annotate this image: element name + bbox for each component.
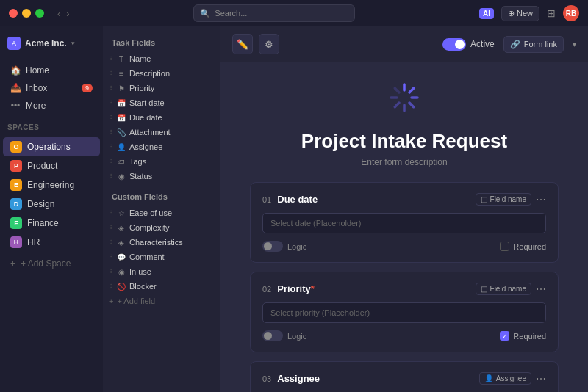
description-field-label: Description [129,69,170,78]
grid-icon[interactable]: ⊞ [547,7,556,19]
tags-field-label: Tags [129,157,146,166]
finance-label: Finance [27,218,59,228]
operations-space-icon: O [10,141,22,153]
main-content: ✏️ ⚙ Active 🔗 Form link ▾ [220,26,588,392]
sidebar-item-engineering[interactable]: E Engineering [3,175,100,195]
sidebar-item-home[interactable]: 🏠 Home [3,62,100,79]
field-comment[interactable]: ⠿ 💬 Comment [103,250,220,264]
drag-handle-icon: ⠿ [109,269,113,275]
field-priority[interactable]: ⠿ ⚑ Priority [103,81,220,95]
add-space-button[interactable]: + + Add Space [3,255,100,272]
logic-toggle-01[interactable]: Logic [262,241,306,252]
required-check-02[interactable]: ✓ Required [500,331,546,341]
close-dot[interactable] [9,9,18,18]
field-name-02: Priority* [277,283,315,294]
edit-button[interactable]: ✏️ [232,34,253,54]
field-menu-01[interactable]: ⋯ [536,194,546,206]
field-footer-02: Logic ✓ Required [262,330,546,341]
field-assignee[interactable]: ⠿ 👤 Assignee [103,139,220,154]
field-placeholder-02[interactable]: Select priority (Placeholder) [262,302,546,323]
add-space-label: + Add Space [21,258,71,269]
sidebar-item-product[interactable]: P Product [3,156,100,175]
badge-icon-02: ◫ [481,285,487,293]
form-field-card-01: 01 Due date ◫ Field name ⋯ Select date (… [250,182,559,263]
inbox-icon: 📥 [10,83,21,93]
field-ease-of-use[interactable]: ⠿ ☆ Ease of use [103,206,220,220]
toggle-knob [455,40,465,49]
sidebar-item-inbox[interactable]: 📥 Inbox 9 [3,79,100,97]
sidebar-item-operations[interactable]: O Operations [3,137,100,156]
user-avatar[interactable]: RB [563,5,579,21]
workspace-icon: A [7,37,21,50]
field-footer-01: Logic Required [262,241,546,252]
search-area: 🔍 Search... [70,4,479,22]
field-attachment[interactable]: ⠿ 📎 Attachment [103,125,220,139]
assignee-field-icon: 👤 [117,143,126,151]
field-card-title-02: 02 Priority* [262,283,315,294]
required-check-01[interactable]: Required [500,242,546,251]
logic-label-01: Logic [287,242,306,251]
field-tags[interactable]: ⠿ 🏷 Tags [103,154,220,169]
field-in-use[interactable]: ⠿ ◉ In use [103,264,220,279]
field-complexity[interactable]: ⠿ ◈ Complexity [103,220,220,235]
field-name-badge-02[interactable]: ◫ Field name [476,283,531,295]
description-field-icon: ≡ [117,70,126,78]
add-field-button[interactable]: + + Add field [103,294,220,308]
complexity-field-icon: ◈ [117,224,126,232]
field-characteristics[interactable]: ⠿ ◈ Characteristics [103,235,220,250]
field-name-badge-01[interactable]: ◫ Field name [476,193,531,206]
toggle-switch[interactable] [442,38,466,51]
search-box[interactable]: 🔍 Search... [193,4,355,22]
drag-handle-icon: ⠿ [109,159,113,165]
toggle-off-knob-02 [264,332,272,340]
field-name[interactable]: ⠿ T Name [103,51,220,66]
active-toggle[interactable]: Active [442,38,495,51]
form-link-button[interactable]: 🔗 Form link [503,36,564,53]
link-icon: 🔗 [510,40,520,49]
required-checkbox-01[interactable] [500,242,509,251]
field-start-date[interactable]: ⠿ 📅 Start date [103,95,220,110]
in-use-field-icon: ◉ [117,268,126,276]
assignee-badge[interactable]: 👤 Assignee [479,372,531,385]
field-menu-03[interactable]: ⋯ [536,373,546,385]
field-status[interactable]: ⠿ ◉ Status [103,169,220,184]
field-card-actions-01: ◫ Field name ⋯ [476,193,546,206]
workspace-name: Acme Inc. [25,38,67,48]
new-button[interactable]: ⊕ New [501,6,539,21]
field-description[interactable]: ⠿ ≡ Description [103,66,220,81]
minimize-dot[interactable] [22,9,31,18]
field-due-date[interactable]: ⠿ 📅 Due date [103,110,220,125]
field-placeholder-01[interactable]: Select date (Placeholder) [262,213,546,233]
form-field-card-03: 03 Assignee 👤 Assignee ⋯ [250,361,559,392]
required-checkbox-02[interactable]: ✓ [500,331,509,341]
back-arrow[interactable]: ‹ [57,8,60,19]
toggle-off-02[interactable] [262,330,283,341]
sidebar-item-more[interactable]: ••• More [3,97,100,115]
toolbar-left: ✏️ ⚙ [232,34,279,54]
assignee-badge-label: Assignee [496,374,526,382]
required-label-01: Required [513,242,546,251]
blocker-field-icon: 🚫 [117,283,126,291]
characteristics-field-icon: ◈ [117,239,126,247]
field-blocker[interactable]: ⠿ 🚫 Blocker [103,279,220,294]
logic-toggle-02[interactable]: Logic [262,330,306,341]
sidebar-item-finance[interactable]: F Finance [3,214,100,233]
sidebar-item-hr[interactable]: H HR [3,233,100,252]
form-logo [387,80,422,118]
toggle-off-01[interactable] [262,241,283,252]
field-card-title-01: 01 Due date [262,194,318,205]
sidebar-item-design[interactable]: D Design [3,195,100,214]
sidebar-more-label: More [26,101,46,111]
settings-button[interactable]: ⚙ [259,34,279,54]
app-body: A Acme Inc. ▾ 🏠 Home 📥 Inbox 9 ••• More … [0,26,588,392]
search-icon: 🔍 [200,9,210,18]
spaces-section-title: Spaces [0,117,103,134]
workspace-header[interactable]: A Acme Inc. ▾ [0,34,103,53]
more-icon: ••• [10,101,21,111]
characteristics-field-label: Characteristics [129,238,183,247]
chevron-down-icon[interactable]: ▾ [573,40,576,48]
field-menu-02[interactable]: ⋯ [536,283,546,295]
maximize-dot[interactable] [35,9,44,18]
search-text: Search... [215,9,247,18]
ai-badge[interactable]: AI [479,8,494,19]
